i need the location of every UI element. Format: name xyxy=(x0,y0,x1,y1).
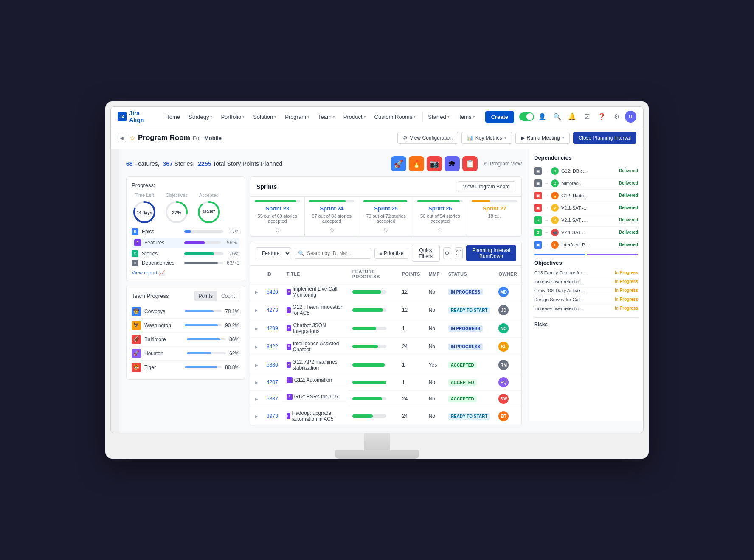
sprint-24-icon: ◇ xyxy=(309,226,354,233)
collapse-button[interactable]: ◀ xyxy=(118,134,126,142)
dep-status-4: Delivered xyxy=(619,205,638,210)
sprint-27-name[interactable]: Sprint 27 xyxy=(472,205,517,212)
settings-icon-btn[interactable]: ⚙ xyxy=(443,247,451,259)
expand-btn-7[interactable]: ▶ xyxy=(255,397,258,401)
sprint-24-name[interactable]: Sprint 24 xyxy=(309,205,354,212)
nav-items[interactable]: Items ▾ xyxy=(455,111,478,123)
nav-team[interactable]: Team ▾ xyxy=(315,111,338,123)
nav-product[interactable]: Product ▾ xyxy=(340,111,369,123)
expand-btn-5[interactable]: ▶ xyxy=(255,363,258,367)
expand-btn-6[interactable]: ▶ xyxy=(255,380,258,385)
view-program-board-button[interactable]: View Program Board xyxy=(458,181,516,192)
tab-points[interactable]: Points xyxy=(194,291,217,301)
icon-btn-3[interactable]: 📷 xyxy=(427,156,442,171)
mmf-5387: No xyxy=(425,391,444,407)
bell-icon[interactable]: 🔔 xyxy=(566,110,579,123)
dep-right-icon-5: V xyxy=(551,216,559,224)
points-3973: 24 xyxy=(398,407,425,426)
run-meeting-button[interactable]: ▶ Run a Meeting ▾ xyxy=(515,132,570,144)
search-input[interactable] xyxy=(295,248,371,259)
prioritize-button[interactable]: ≡ Prioritize xyxy=(374,248,408,259)
nav-strategy[interactable]: Strategy ▾ xyxy=(185,111,216,123)
search-icon[interactable]: 🔍 xyxy=(551,110,564,123)
svg-text:280/367: 280/367 xyxy=(203,210,215,213)
icon-btn-2[interactable]: 🔥 xyxy=(409,156,424,171)
tasks-icon[interactable]: ☑ xyxy=(580,110,594,123)
settings-icon[interactable]: ⚙ xyxy=(610,110,623,123)
tab-count[interactable]: Count xyxy=(217,291,239,301)
id-link-5426[interactable]: 5426 xyxy=(267,289,278,295)
features-pct: 56% xyxy=(224,240,237,246)
expand-btn-8[interactable]: ▶ xyxy=(255,414,258,419)
view-configuration-button[interactable]: ⚙ View Configuration xyxy=(397,132,458,144)
nav-home[interactable]: Home xyxy=(162,111,183,123)
toggle-switch[interactable] xyxy=(519,112,534,121)
epics-icon: E xyxy=(132,228,138,235)
svg-text:14 days: 14 days xyxy=(137,210,152,215)
dep-right-icon-3: 🔥 xyxy=(551,192,559,199)
nav-starred[interactable]: Starred ▾ xyxy=(422,111,453,123)
col-title[interactable]: Title xyxy=(282,266,348,283)
expand-icon-btn[interactable]: ⛶ xyxy=(455,247,463,259)
dependencies-label: Dependencies xyxy=(142,260,181,266)
planning-burndown-button[interactable]: Planning Interval BurnDown xyxy=(466,245,516,261)
expand-btn-1[interactable]: ▶ xyxy=(255,290,258,294)
col-owner[interactable]: Owner xyxy=(494,266,521,283)
owner-5426: MD xyxy=(494,283,521,301)
icon-btn-1[interactable]: 🚀 xyxy=(391,156,406,171)
title-3973: F Hadoop: upgrade automation in AC5 xyxy=(282,407,348,426)
avatar[interactable]: U xyxy=(625,111,636,123)
nav-portfolio[interactable]: Portfolio ▾ xyxy=(217,111,248,123)
program-view-button[interactable]: ⚙ Program View xyxy=(484,161,522,167)
prioritize-icon: ≡ xyxy=(379,250,382,256)
expand-btn-3[interactable]: ▶ xyxy=(255,326,258,331)
obj-text-3: Grow iOS Daily Active ... xyxy=(534,288,612,293)
risks-title: Risks xyxy=(534,322,548,328)
icon-btn-5[interactable]: 📋 xyxy=(462,156,478,171)
nav-solution[interactable]: Solution ▾ xyxy=(250,111,280,123)
nav-custom-rooms[interactable]: Custom Rooms ▾ xyxy=(371,111,419,123)
col-feature-progress[interactable]: Feature Progress xyxy=(348,266,398,283)
owner-4207: PQ xyxy=(494,374,521,391)
close-planning-interval-button[interactable]: Close Planning Interval xyxy=(573,132,636,144)
washington-icon: 🦅 xyxy=(132,321,141,330)
gear-icon: ⚙ xyxy=(403,135,408,141)
sprint-23-name[interactable]: Sprint 23 xyxy=(255,205,300,212)
sprint-25-name[interactable]: Sprint 25 xyxy=(363,205,409,212)
id-link-4207[interactable]: 4207 xyxy=(267,379,278,385)
col-id[interactable]: ID xyxy=(262,266,282,283)
col-points[interactable]: Points xyxy=(398,266,425,283)
points-4209: 1 xyxy=(398,319,425,338)
help-icon[interactable]: ❓ xyxy=(595,110,608,123)
sprint-26-name[interactable]: Sprint 26 xyxy=(417,205,463,212)
user-icon[interactable]: 👤 xyxy=(536,110,549,123)
status-4209: IN PROGRESS xyxy=(444,319,495,338)
page-title-area: ☆ Program Room For Mobile xyxy=(129,134,394,142)
col-status[interactable]: Status xyxy=(444,266,495,283)
col-mmf[interactable]: MMF xyxy=(425,266,444,283)
id-link-5386[interactable]: 5386 xyxy=(267,362,278,368)
stories-stat: 367 Stories, xyxy=(163,160,195,167)
id-link-3973[interactable]: 3973 xyxy=(267,413,278,419)
dep-text-7: Interface: P... xyxy=(561,242,616,247)
feature-filter-select[interactable]: Feature xyxy=(256,247,291,259)
top-navigation: JA Jira Align Home Strategy ▾ Portfolio … xyxy=(111,107,643,127)
create-button[interactable]: Create xyxy=(485,111,514,123)
baltimore-pct: 86% xyxy=(229,336,239,342)
expand-btn-4[interactable]: ▶ xyxy=(255,344,258,349)
dep-left-icon-6: G xyxy=(534,229,542,236)
features-stat: 68 Features, xyxy=(126,160,160,167)
app-name: Jira Align xyxy=(129,110,155,123)
star-icon[interactable]: ☆ xyxy=(129,134,135,142)
id-link-4209[interactable]: 4209 xyxy=(267,325,278,331)
key-metrics-button[interactable]: 📊 Key Metrics ▾ xyxy=(461,132,512,144)
id-link-5387[interactable]: 5387 xyxy=(267,396,278,402)
id-link-3422[interactable]: 3422 xyxy=(267,344,278,350)
view-report-button[interactable]: View report 📈 xyxy=(132,270,239,276)
expand-btn-2[interactable]: ▶ xyxy=(255,308,258,313)
nav-program[interactable]: Program ▾ xyxy=(281,111,313,123)
dep-arrow-6: → xyxy=(544,230,549,235)
id-link-4273[interactable]: 4273 xyxy=(267,307,278,313)
quick-filters-button[interactable]: Quick Filters xyxy=(412,245,440,262)
icon-btn-4[interactable]: 🌧 xyxy=(445,156,460,171)
